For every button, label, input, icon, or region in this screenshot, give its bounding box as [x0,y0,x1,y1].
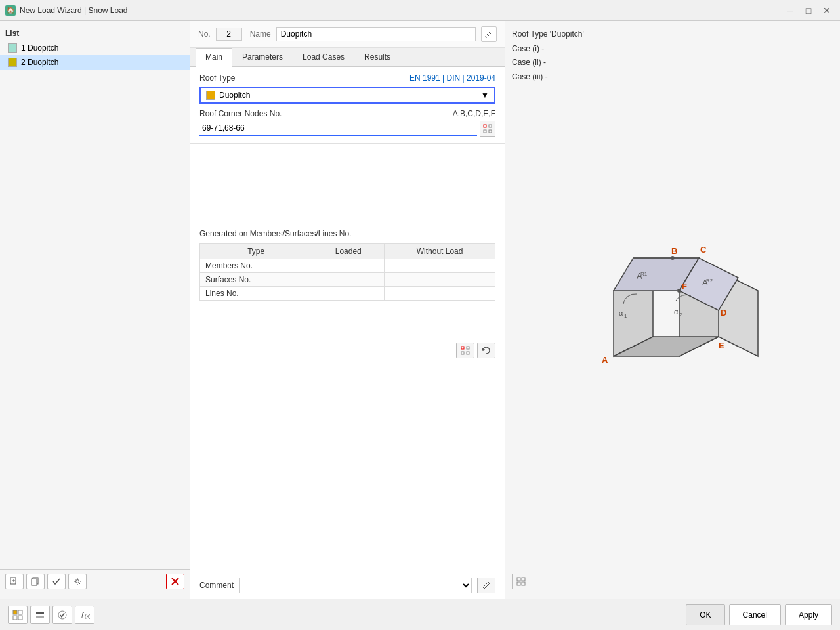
table-row: Members No. [200,259,495,273]
col-loaded: Loaded [312,244,385,259]
new-load-button[interactable] [5,574,24,589]
tab-main[interactable]: Main [196,48,232,67]
svg-text:α: α [619,309,623,317]
members-table: Type Loaded Without Load Members No. [200,243,495,301]
tab-load-cases[interactable]: Load Cases [293,48,354,67]
validate-button[interactable] [47,574,66,589]
cell-without-2 [385,273,495,287]
left-panel: List 1 Duopitch 2 Duopitch [0,21,190,598]
roof-color-indicator [206,91,215,100]
svg-rect-45 [522,578,525,581]
tab-results[interactable]: Results [354,48,400,67]
empty-section [190,144,505,222]
ok-button[interactable]: OK [686,604,724,625]
window-controls: ─ □ ✕ [782,3,835,18]
list-item-label-2: 2 Duopitch [21,58,58,67]
corner-nodes-input-wrap [200,121,495,136]
svg-text:C: C [700,245,707,255]
svg-rect-17 [467,352,469,354]
grid-tool-button[interactable] [8,606,28,624]
svg-text:D: D [721,308,726,318]
diagram-toolbar [512,571,833,592]
cancel-button[interactable]: Cancel [729,604,781,625]
diagram-case-iii: Case (iii) - [512,70,833,85]
list-spacer [0,70,190,569]
apply-button[interactable]: Apply [785,604,832,625]
svg-rect-14 [461,346,464,349]
svg-text:F: F [682,282,687,291]
list-item-label-1: 1 Duopitch [21,43,58,52]
svg-point-5 [76,580,79,583]
svg-text:1: 1 [624,313,627,319]
name-input[interactable] [276,27,476,41]
corner-nodes-input[interactable] [200,121,477,136]
svg-text:R1: R1 [640,271,648,277]
dropdown-arrow-icon: ▼ [481,91,489,100]
comment-label: Comment [200,581,234,590]
cell-without-1 [385,259,495,273]
svg-rect-44 [517,578,520,581]
diagram-case-i: Case (i) - [512,42,833,56]
no-label: No. [198,30,211,39]
roof-type-section: Roof Type EN 1991 | DIN | 2019-04 Duopit… [190,67,505,144]
svg-rect-48 [13,610,17,614]
corner-nodes-hint: A,B,C,D,E,F [453,109,495,118]
function-tool-button[interactable]: f (x) [75,606,94,624]
titlebar: 🏠 New Load Wizard | Snow Load ─ □ ✕ [0,0,840,21]
right-panel: Roof Type 'Duopitch' Case (i) - Case (ii… [505,21,840,598]
svg-rect-52 [36,612,44,614]
no-field: No. 2 [198,28,242,41]
corner-nodes-section: Roof Corner Nodes No. A,B,C,D,E,F [200,109,495,136]
settings-button[interactable] [68,574,87,589]
layers-tool-button[interactable] [30,606,50,624]
table-row: Lines No. [200,287,495,301]
roof-type-label: Roof Type [200,74,235,83]
middle-panel: No. 2 Name Main Parameters Load Cases Re… [190,21,505,598]
col-type: Type [200,244,312,259]
maximize-button[interactable]: □ [801,3,816,18]
check-tool-button[interactable] [52,606,72,624]
col-without-load: Without Load [385,244,495,259]
svg-text:R2: R2 [706,278,713,284]
cell-loaded-1 [312,259,385,273]
cell-type-1: Members No. [200,259,312,273]
list-item-selected[interactable]: 2 Duopitch [0,55,190,70]
diagram-area: A B C D E F A R1 A R2 [512,89,833,571]
roof-type-selected: Duopitch [219,91,250,100]
comment-select[interactable] [239,578,472,593]
close-button[interactable]: ✕ [819,3,835,18]
reset-button[interactable] [477,343,495,358]
dialog: List 1 Duopitch 2 Duopitch [0,21,840,630]
svg-text:A: A [602,355,608,365]
svg-rect-4 [32,579,37,585]
corner-nodes-row: Roof Corner Nodes No. A,B,C,D,E,F [200,109,495,118]
bottom-tools: f (x) [8,606,94,624]
select-nodes-button[interactable] [480,121,495,136]
svg-rect-47 [522,582,525,585]
svg-rect-11 [489,125,492,127]
list-header: List [0,26,190,41]
table-spacer [200,301,495,340]
corner-nodes-label: Roof Corner Nodes No. [200,109,282,118]
tab-parameters[interactable]: Parameters [232,48,293,67]
delete-button[interactable] [166,574,184,589]
edit-name-button[interactable] [481,26,497,42]
content-area: List 1 Duopitch 2 Duopitch [0,21,840,598]
comment-action-button[interactable] [477,578,495,593]
diagram-title: Roof Type 'Duopitch' [512,28,833,42]
list-item[interactable]: 1 Duopitch [0,41,190,55]
diagram-tool-button[interactable] [512,574,530,589]
cell-loaded-2 [312,273,385,287]
select-members-button[interactable] [456,343,474,358]
svg-rect-50 [13,616,17,620]
svg-point-54 [58,611,66,619]
svg-rect-15 [467,346,469,349]
copy-button[interactable] [26,574,45,589]
svg-rect-13 [489,130,492,133]
no-value: 2 [216,28,242,41]
minimize-button[interactable]: ─ [782,3,798,18]
roof-type-select[interactable]: Duopitch ▼ [200,87,495,104]
comment-section: Comment [190,572,505,598]
bottom-toolbar: f (x) OK Cancel Apply [0,598,840,630]
svg-rect-46 [517,582,520,585]
